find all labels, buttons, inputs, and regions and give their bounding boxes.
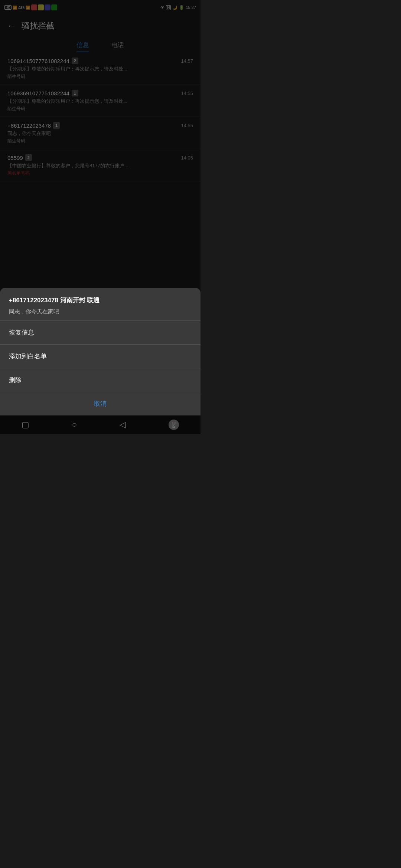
sheet-title: +8617122023478 河南开封 联通 bbox=[9, 296, 192, 305]
sheet-cancel-button[interactable]: 取消 bbox=[0, 392, 200, 415]
sheet-header: +8617122023478 河南开封 联通 同志，你今天在家吧 bbox=[0, 288, 200, 320]
sheet-item-restore[interactable]: 恢复信息 bbox=[0, 321, 200, 344]
sheet-subtitle: 同志，你今天在家吧 bbox=[9, 308, 192, 315]
sheet-item-whitelist[interactable]: 添加到白名单 bbox=[0, 345, 200, 368]
bottom-sheet: +8617122023478 河南开封 联通 同志，你今天在家吧 恢复信息 添加… bbox=[0, 288, 200, 415]
sheet-item-delete[interactable]: 删除 bbox=[0, 368, 200, 392]
